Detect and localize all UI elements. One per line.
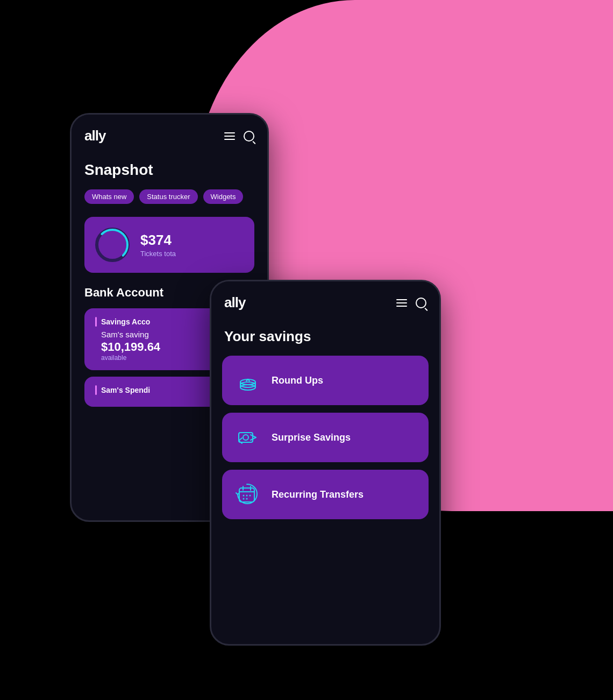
recurring-transfers-label: Recurring Transfers bbox=[272, 489, 363, 500]
balance-amount: $374 bbox=[140, 232, 176, 249]
phone-back-header: ally bbox=[72, 115, 267, 153]
svg-point-15 bbox=[243, 495, 245, 497]
recurring-transfers-item[interactable]: Recurring Transfers bbox=[222, 470, 429, 519]
svg-point-17 bbox=[250, 495, 251, 497]
tabs-row: Whats new Status trucker Widgets bbox=[72, 189, 267, 217]
hamburger-icon-back[interactable] bbox=[224, 132, 235, 140]
spending-account-bar bbox=[95, 385, 97, 395]
round-ups-label: Round Ups bbox=[272, 375, 323, 386]
balance-card: $374 Tickets tota bbox=[84, 217, 254, 273]
svg-point-10 bbox=[243, 435, 248, 440]
balance-label: Tickets tota bbox=[140, 250, 176, 258]
svg-point-16 bbox=[246, 495, 248, 497]
chart-arc-svg bbox=[95, 228, 130, 262]
tab-widgets[interactable]: Widgets bbox=[203, 189, 244, 204]
svg-point-19 bbox=[246, 498, 248, 500]
search-icon-back[interactable] bbox=[244, 131, 254, 142]
balance-info: $374 Tickets tota bbox=[140, 232, 176, 258]
spending-account-name: Sam's Spendi bbox=[101, 386, 150, 394]
account-bar bbox=[95, 317, 97, 327]
your-savings-title: Your savings bbox=[211, 320, 439, 356]
transfer-icon bbox=[234, 423, 262, 451]
ally-logo-front: ally bbox=[224, 294, 245, 311]
savings-list: Round Ups Surprise Savings bbox=[211, 356, 439, 519]
surprise-savings-item[interactable]: Surprise Savings bbox=[222, 413, 429, 462]
svg-rect-9 bbox=[239, 433, 253, 442]
circle-chart bbox=[95, 228, 130, 262]
header-icons-back bbox=[224, 131, 254, 142]
header-icons-front bbox=[396, 298, 426, 308]
coins-icon bbox=[234, 366, 262, 394]
surprise-savings-label: Surprise Savings bbox=[272, 432, 351, 443]
round-ups-item[interactable]: Round Ups bbox=[222, 356, 429, 405]
snapshot-title: Snapshot bbox=[72, 153, 267, 189]
search-icon-front[interactable] bbox=[416, 298, 426, 308]
phone-front-header: ally bbox=[211, 281, 439, 320]
tab-whats-new[interactable]: Whats new bbox=[84, 189, 134, 204]
phone-front: ally Your savings bbox=[210, 280, 441, 646]
svg-point-18 bbox=[243, 498, 245, 500]
ally-logo-back: ally bbox=[84, 128, 105, 144]
calendar-icon bbox=[234, 480, 262, 508]
savings-account-name: Savings Acco bbox=[101, 317, 150, 326]
tab-status-trucker[interactable]: Status trucker bbox=[139, 189, 197, 204]
hamburger-icon-front[interactable] bbox=[396, 299, 407, 307]
